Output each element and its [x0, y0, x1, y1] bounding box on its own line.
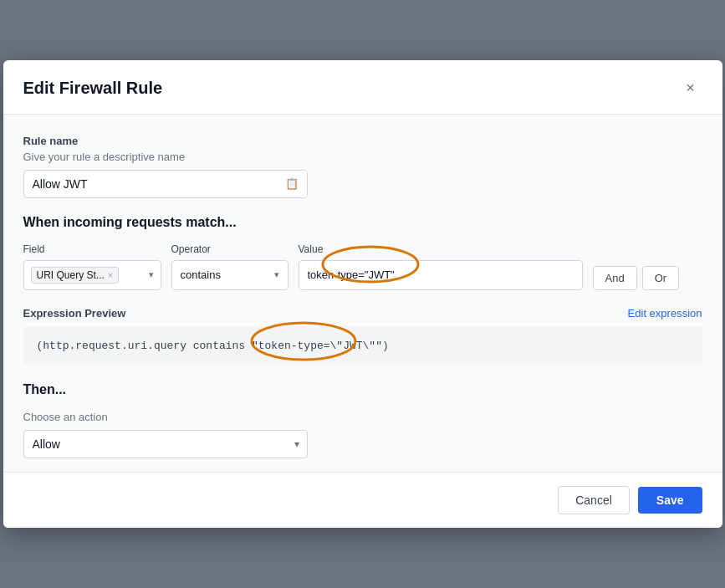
rule-name-input[interactable] [33, 177, 285, 191]
expression-section: Expression Preview Edit expression (http… [23, 307, 702, 366]
or-button[interactable]: Or [642, 266, 679, 290]
rule-name-hint: Give your rule a descriptive name [23, 151, 702, 163]
and-or-buttons: And Or [593, 266, 680, 290]
modal-header: Edit Firewall Rule × [3, 60, 722, 115]
expression-label: Expression Preview [23, 307, 126, 320]
action-select-wrapper: Allow Block Challenge JS Challenge Log B… [23, 430, 308, 458]
modal-title: Edit Firewall Rule [23, 79, 163, 98]
close-icon: × [686, 79, 695, 97]
value-col: Value [299, 243, 583, 290]
field-tag-text: URI Query St... [37, 269, 105, 281]
expression-preview: (http.request.uri.query contains "token-… [23, 326, 702, 366]
modal-dialog: Edit Firewall Rule × Rule name Give your… [3, 60, 722, 529]
when-section: When incoming requests match... Field UR… [23, 215, 702, 290]
field-label: Field [23, 243, 161, 255]
rule-name-section: Rule name Give your rule a descriptive n… [23, 135, 702, 198]
clipboard-icon: 📋 [285, 177, 299, 190]
modal-footer: Cancel Save [3, 472, 722, 528]
field-col: Field URI Query St... × ▾ [23, 243, 161, 290]
value-input[interactable] [299, 260, 583, 290]
field-tag: URI Query St... × [31, 267, 120, 284]
filter-row: Field URI Query St... × ▾ Operator [23, 243, 702, 290]
and-button[interactable]: And [593, 266, 637, 290]
operator-select[interactable]: contains ▾ [171, 260, 288, 290]
then-section: Then... Choose an action Allow Block Cha… [23, 382, 702, 458]
operator-value: contains [181, 268, 221, 281]
cancel-button[interactable]: Cancel [558, 486, 630, 514]
save-button[interactable]: Save [638, 487, 702, 514]
action-label: Choose an action [23, 411, 702, 423]
action-select[interactable]: Allow Block Challenge JS Challenge Log B… [23, 430, 308, 458]
rule-name-input-wrapper[interactable]: 📋 [23, 170, 308, 198]
then-section-title: Then... [23, 382, 702, 397]
operator-chevron-icon: ▾ [274, 269, 279, 280]
rule-name-label: Rule name [23, 135, 702, 147]
field-chevron-icon: ▾ [149, 269, 154, 280]
modal-body: Rule name Give your rule a descriptive n… [3, 115, 722, 473]
edit-expression-link[interactable]: Edit expression [628, 307, 702, 320]
field-tag-remove[interactable]: × [108, 270, 113, 280]
expression-text: (http.request.uri.query contains "token-… [37, 340, 389, 352]
expression-header: Expression Preview Edit expression [23, 307, 702, 320]
close-button[interactable]: × [679, 77, 702, 100]
overlay: Edit Firewall Rule × Rule name Give your… [0, 0, 725, 588]
operator-col: Operator contains ▾ [171, 243, 288, 290]
value-label: Value [299, 243, 583, 255]
operator-label: Operator [171, 243, 288, 255]
field-select[interactable]: URI Query St... × ▾ [23, 260, 161, 290]
when-section-title: When incoming requests match... [23, 215, 702, 230]
